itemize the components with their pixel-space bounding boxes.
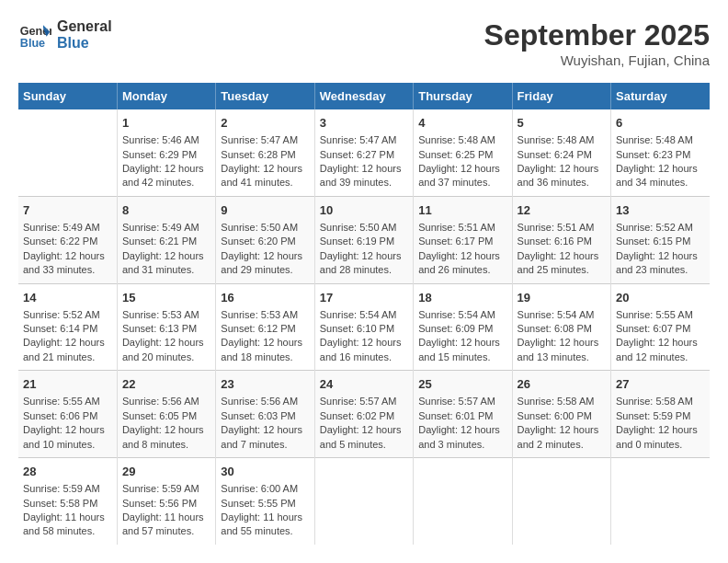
calendar-cell: 18Sunrise: 5:54 AMSunset: 6:09 PMDayligh… [414,283,512,371]
day-info: Sunrise: 5:53 AMSunset: 6:12 PMDaylight:… [221,308,309,365]
day-number: 24 [320,376,408,393]
calendar-cell: 25Sunrise: 5:57 AMSunset: 6:01 PMDayligh… [414,371,512,458]
page-header: General Blue General Blue September 2025… [18,18,710,68]
day-info: Sunrise: 5:55 AMSunset: 6:07 PMDaylight:… [616,308,705,365]
day-number: 2 [221,115,309,132]
day-number: 4 [418,115,506,132]
day-info: Sunrise: 6:00 AMSunset: 5:55 PMDaylight:… [221,482,309,539]
calendar-cell: 23Sunrise: 5:56 AMSunset: 6:03 PMDayligh… [216,371,314,458]
day-number: 1 [122,115,210,132]
calendar-cell: 26Sunrise: 5:58 AMSunset: 6:00 PMDayligh… [512,371,610,458]
day-number: 27 [616,376,705,393]
day-info: Sunrise: 5:51 AMSunset: 6:17 PMDaylight:… [418,221,506,278]
calendar-cell: 12Sunrise: 5:51 AMSunset: 6:16 PMDayligh… [512,196,610,283]
day-info: Sunrise: 5:50 AMSunset: 6:20 PMDaylight:… [221,221,309,278]
day-number: 26 [518,376,606,393]
svg-text:Blue: Blue [20,37,45,50]
day-info: Sunrise: 5:59 AMSunset: 5:56 PMDaylight:… [122,482,210,539]
day-info: Sunrise: 5:59 AMSunset: 5:58 PMDaylight:… [23,482,112,539]
calendar-cell [611,458,710,545]
day-number: 17 [320,290,408,306]
week-row-4: 21Sunrise: 5:55 AMSunset: 6:06 PMDayligh… [18,371,710,458]
calendar-cell [414,458,512,545]
calendar-cell: 1Sunrise: 5:46 AMSunset: 6:29 PMDaylight… [117,109,215,196]
calendar-table: SundayMondayTuesdayWednesdayThursdayFrid… [18,83,710,545]
calendar-cell: 15Sunrise: 5:53 AMSunset: 6:13 PMDayligh… [117,283,215,371]
day-info: Sunrise: 5:49 AMSunset: 6:22 PMDaylight:… [23,221,112,278]
day-info: Sunrise: 5:46 AMSunset: 6:29 PMDaylight:… [122,133,210,190]
day-number: 25 [418,376,506,393]
day-number: 5 [518,115,606,132]
day-info: Sunrise: 5:56 AMSunset: 6:03 PMDaylight:… [221,395,309,452]
day-info: Sunrise: 5:48 AMSunset: 6:23 PMDaylight:… [616,133,705,190]
day-number: 14 [23,290,112,306]
day-number: 13 [616,202,705,219]
day-number: 3 [320,115,408,132]
calendar-cell: 11Sunrise: 5:51 AMSunset: 6:17 PMDayligh… [414,196,512,283]
day-info: Sunrise: 5:50 AMSunset: 6:19 PMDaylight:… [320,221,408,278]
day-info: Sunrise: 5:51 AMSunset: 6:16 PMDaylight:… [518,221,606,278]
column-header-thursday: Thursday [414,83,512,109]
calendar-cell [314,458,413,545]
day-info: Sunrise: 5:47 AMSunset: 6:27 PMDaylight:… [320,133,408,190]
day-info: Sunrise: 5:48 AMSunset: 6:24 PMDaylight:… [518,133,606,190]
day-number: 12 [518,202,606,219]
calendar-cell: 20Sunrise: 5:55 AMSunset: 6:07 PMDayligh… [611,283,710,371]
column-header-tuesday: Tuesday [216,83,314,109]
day-number: 9 [221,202,309,219]
header-row: SundayMondayTuesdayWednesdayThursdayFrid… [18,83,710,109]
month-title: September 2025 [484,18,710,52]
column-header-wednesday: Wednesday [314,83,413,109]
day-info: Sunrise: 5:54 AMSunset: 6:10 PMDaylight:… [320,308,408,365]
calendar-cell: 29Sunrise: 5:59 AMSunset: 5:56 PMDayligh… [117,458,215,545]
day-info: Sunrise: 5:48 AMSunset: 6:25 PMDaylight:… [418,133,506,190]
day-info: Sunrise: 5:58 AMSunset: 5:59 PMDaylight:… [616,395,705,452]
day-number: 22 [122,376,210,393]
day-info: Sunrise: 5:52 AMSunset: 6:15 PMDaylight:… [616,221,705,278]
week-row-3: 14Sunrise: 5:52 AMSunset: 6:14 PMDayligh… [18,283,710,371]
day-number: 16 [221,290,309,306]
calendar-cell: 22Sunrise: 5:56 AMSunset: 6:05 PMDayligh… [117,371,215,458]
calendar-cell [18,109,117,196]
calendar-cell: 4Sunrise: 5:48 AMSunset: 6:25 PMDaylight… [414,109,512,196]
calendar-cell: 14Sunrise: 5:52 AMSunset: 6:14 PMDayligh… [18,283,117,371]
day-info: Sunrise: 5:53 AMSunset: 6:13 PMDaylight:… [122,308,210,365]
day-info: Sunrise: 5:58 AMSunset: 6:00 PMDaylight:… [518,395,606,452]
column-header-sunday: Sunday [18,83,117,109]
location: Wuyishan, Fujian, China [484,52,710,68]
day-info: Sunrise: 5:56 AMSunset: 6:05 PMDaylight:… [122,395,210,452]
day-number: 23 [221,376,309,393]
column-header-saturday: Saturday [611,83,710,109]
logo-text: General Blue [57,18,112,51]
calendar-cell: 19Sunrise: 5:54 AMSunset: 6:08 PMDayligh… [512,283,610,371]
column-header-monday: Monday [117,83,215,109]
day-info: Sunrise: 5:57 AMSunset: 6:02 PMDaylight:… [320,395,408,452]
calendar-cell: 13Sunrise: 5:52 AMSunset: 6:15 PMDayligh… [611,196,710,283]
calendar-cell: 28Sunrise: 5:59 AMSunset: 5:58 PMDayligh… [18,458,117,545]
day-info: Sunrise: 5:52 AMSunset: 6:14 PMDaylight:… [23,308,112,365]
calendar-cell: 30Sunrise: 6:00 AMSunset: 5:55 PMDayligh… [216,458,314,545]
calendar-cell: 5Sunrise: 5:48 AMSunset: 6:24 PMDaylight… [512,109,610,196]
calendar-cell: 6Sunrise: 5:48 AMSunset: 6:23 PMDaylight… [611,109,710,196]
calendar-cell [512,458,610,545]
day-number: 6 [616,115,705,132]
calendar-cell: 24Sunrise: 5:57 AMSunset: 6:02 PMDayligh… [314,371,413,458]
title-block: September 2025 Wuyishan, Fujian, China [484,18,710,68]
day-number: 8 [122,202,210,219]
day-number: 29 [122,464,210,480]
day-number: 7 [23,202,112,219]
calendar-cell: 9Sunrise: 5:50 AMSunset: 6:20 PMDaylight… [216,196,314,283]
day-number: 10 [320,202,408,219]
week-row-5: 28Sunrise: 5:59 AMSunset: 5:58 PMDayligh… [18,458,710,545]
calendar-cell: 16Sunrise: 5:53 AMSunset: 6:12 PMDayligh… [216,283,314,371]
day-info: Sunrise: 5:57 AMSunset: 6:01 PMDaylight:… [418,395,506,452]
calendar-cell: 7Sunrise: 5:49 AMSunset: 6:22 PMDaylight… [18,196,117,283]
calendar-cell: 17Sunrise: 5:54 AMSunset: 6:10 PMDayligh… [314,283,413,371]
calendar-cell: 8Sunrise: 5:49 AMSunset: 6:21 PMDaylight… [117,196,215,283]
day-info: Sunrise: 5:49 AMSunset: 6:21 PMDaylight:… [122,221,210,278]
day-number: 21 [23,376,112,393]
calendar-cell: 27Sunrise: 5:58 AMSunset: 5:59 PMDayligh… [611,371,710,458]
day-number: 20 [616,290,705,306]
calendar-cell: 2Sunrise: 5:47 AMSunset: 6:28 PMDaylight… [216,109,314,196]
day-number: 19 [518,290,606,306]
